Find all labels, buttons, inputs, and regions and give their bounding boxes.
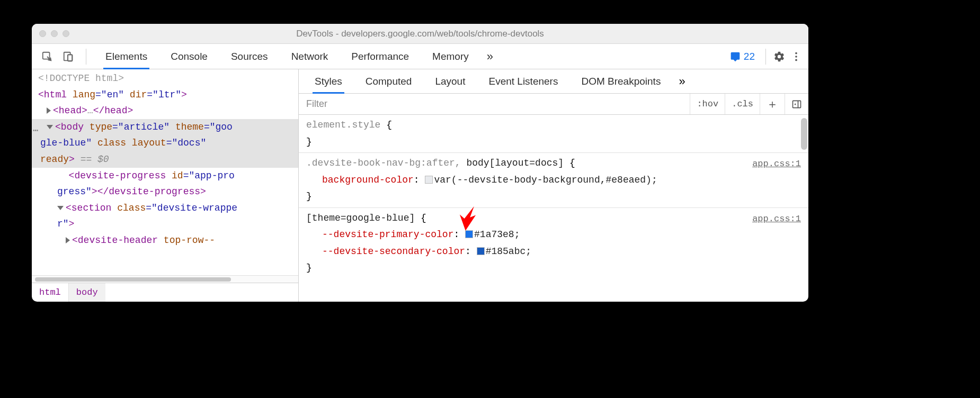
collapse-triangle-icon[interactable] [57,206,64,210]
panels: ⋯ <!DOCTYPE html> <html lang="en" dir="l… [32,69,808,302]
selector: element.style [306,120,380,130]
titlebar: DevTools - developers.google.com/web/too… [32,24,808,44]
tab-label: Styles [315,76,342,87]
tab-label: Sources [231,51,268,62]
prop-value: #185abc; [486,246,531,257]
dom-breadcrumb: html body [32,283,298,302]
tab-performance[interactable]: Performance [340,44,421,69]
hov-button[interactable]: :hov [690,94,725,114]
expand-triangle-icon[interactable] [47,107,51,114]
styles-tabs: Styles Computed Layout Event Listeners D… [299,69,808,94]
issues-icon [730,51,741,62]
inspect-icon[interactable] [41,51,53,62]
traffic-minimize[interactable] [51,30,58,37]
prop-value: #1a73e8; [474,229,520,240]
tab-sources[interactable]: Sources [219,44,280,69]
rule-body-layout[interactable]: app.css:1 .devsite-book-nav-bg:after, bo… [299,153,808,208]
styles-tabs-overflow[interactable]: » [672,69,691,93]
rule-element-style[interactable]: element.style { } [299,115,808,153]
sidebar-toggle-icon [791,99,802,110]
dom-progress-2[interactable]: gress"></devsite-progress> [32,184,298,200]
dom-head[interactable]: <head>…</head> [32,103,298,119]
svg-point-4 [795,52,797,54]
styles-scrollbar-vertical[interactable] [801,117,807,300]
dom-scrollbar-horizontal[interactable] [32,275,298,283]
crumb-label: body [76,287,98,297]
tab-label: Elements [105,51,147,62]
kebab-menu-icon[interactable] [790,51,802,62]
toggle-sidebar-button[interactable] [785,94,808,114]
expand-triangle-icon[interactable] [66,237,70,243]
device-toggle-icon[interactable] [63,51,74,62]
toolbar-separator [765,49,766,65]
main-tabs-overflow[interactable]: » [480,44,500,69]
crumb-body[interactable]: body [68,283,105,302]
tab-memory[interactable]: Memory [421,44,480,69]
dom-progress[interactable]: <devsite-progress id="app-pro [32,168,298,184]
collapse-triangle-icon[interactable] [47,125,53,129]
tab-label: DOM Breakpoints [581,76,661,87]
tab-network[interactable]: Network [280,44,340,69]
traffic-zoom[interactable] [63,30,69,37]
svg-rect-2 [68,55,72,61]
styles-rules: element.style { } app.css:1 .devsite-boo… [299,115,808,302]
devtools-window: DevTools - developers.google.com/web/too… [32,24,808,302]
selected-gutter: ⋯ [32,124,39,136]
brace-close: } [306,188,801,205]
tab-elements[interactable]: Elements [94,44,159,69]
dom-section-2[interactable]: r"> [32,216,298,232]
css-property[interactable]: --devsite-secondary-color: #185abc; [306,243,801,260]
traffic-close[interactable] [39,30,46,37]
dom-doctype[interactable]: <!DOCTYPE html> [32,70,298,87]
dom-header[interactable]: <devsite-header top-row-- [32,232,298,249]
prop-value: var(--devsite-body-background,#e8eaed); [434,175,657,185]
dom-body-line2[interactable]: gle-blue" class layout="docs" [32,135,298,151]
brace-close: } [306,260,801,277]
color-swatch-icon[interactable] [425,176,433,184]
css-property[interactable]: --devsite-primary-color: #1a73e8; [306,227,801,243]
toolbar-separator [86,49,86,65]
crumb-html[interactable]: html [32,283,68,302]
svg-point-5 [795,56,797,58]
color-swatch-icon[interactable] [465,230,473,238]
main-toolbar: Elements Console Sources Network Perform… [32,44,808,69]
tab-label: Network [291,51,328,62]
styles-filter-row: :hov .cls ＋ [299,94,808,115]
scrollbar-thumb[interactable] [35,277,231,282]
rule-theme[interactable]: app.css:1 [theme=google-blue] { --devsit… [299,208,808,279]
color-swatch-icon[interactable] [477,247,485,255]
tab-label: Event Listeners [488,76,558,87]
issues-count: 22 [744,51,755,62]
prop-name: --devsite-secondary-color [322,246,465,257]
styles-filter-input[interactable] [299,94,690,114]
dom-html[interactable]: <html lang="en" dir="ltr"> [32,87,298,103]
source-link[interactable]: app.css:1 [752,156,801,172]
tab-styles[interactable]: Styles [303,69,354,93]
selector: [theme=google-blue] [306,213,415,223]
dom-section[interactable]: <section class="devsite-wrappe [32,200,298,216]
selector-part: .devsite-book-nav-bg:after, [306,158,466,168]
tab-label: Computed [366,76,412,87]
tab-layout[interactable]: Layout [423,69,477,93]
dom-body-selected[interactable]: <body type="article" theme="goo [32,119,298,135]
selector-part: body[layout=docs] [466,158,564,168]
tab-console[interactable]: Console [159,44,219,69]
source-link[interactable]: app.css:1 [752,211,801,227]
tab-dom-breakpoints[interactable]: DOM Breakpoints [569,69,672,93]
main-tabs: Elements Console Sources Network Perform… [94,44,500,69]
traffic-lights [32,30,69,37]
scrollbar-thumb[interactable] [801,118,807,150]
tab-label: Layout [435,76,465,87]
toolbar-left [32,44,94,69]
dom-tree[interactable]: <!DOCTYPE html> <html lang="en" dir="ltr… [32,69,298,275]
css-property[interactable]: background-color: var(--devsite-body-bac… [306,172,801,189]
cls-button[interactable]: .cls [725,94,760,114]
tab-event-listeners[interactable]: Event Listeners [477,69,569,93]
dom-body-line3[interactable]: ready> == $0 [32,151,298,168]
tab-computed[interactable]: Computed [354,69,424,93]
crumb-label: html [39,287,61,297]
issues-badge[interactable]: 22 [727,50,758,64]
new-rule-button[interactable]: ＋ [760,94,785,114]
settings-icon[interactable] [773,51,785,62]
prop-name: background-color [322,175,414,185]
